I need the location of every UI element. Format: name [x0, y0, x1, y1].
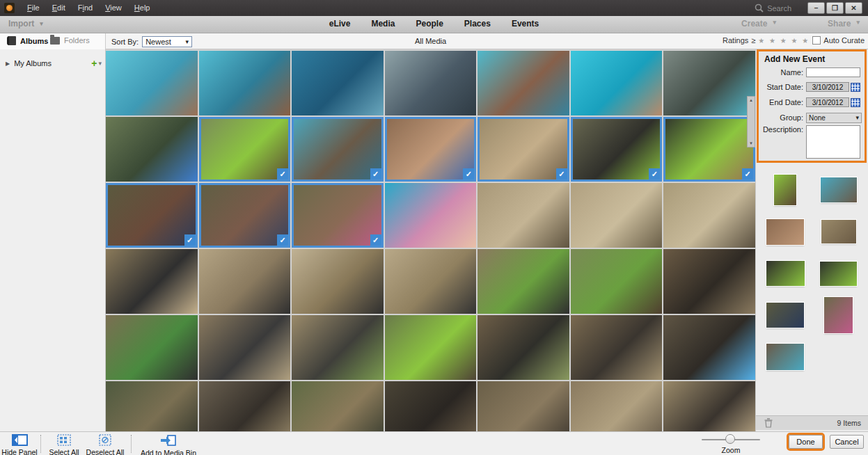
done-button[interactable]: Done — [789, 435, 823, 449]
photo-thumbnail-boy-biker-trail[interactable] — [106, 315, 198, 380]
photo-thumbnail-bikers-riding[interactable] — [478, 381, 569, 431]
ratings-label: Ratings — [723, 36, 748, 45]
auto-curate-checkbox[interactable] — [812, 36, 821, 45]
search-field[interactable]: Search — [755, 3, 791, 13]
bin-thumbnail-mom-girl-by-tent[interactable] — [821, 177, 857, 202]
close-button[interactable]: ✕ — [845, 2, 862, 14]
group-dropdown[interactable]: None ▾ — [806, 113, 862, 123]
photo-thumbnail-biker-stairs-far[interactable] — [385, 249, 477, 314]
photo-thumbnail-man-laughing[interactable] — [571, 315, 663, 380]
rating-stars[interactable]: ★ ★ ★ ★ ★ — [758, 37, 810, 45]
bin-thumbnail-mom-and-girl[interactable] — [766, 344, 804, 370]
photo-thumbnail-family-in-tent[interactable] — [292, 51, 384, 115]
photo-thumbnail-women-resting-in-tent[interactable] — [385, 51, 477, 115]
photo-thumbnail-girl-on-shoulders[interactable]: ✓ — [292, 183, 384, 248]
photo-thumbnail-mom-girl-sleeping-bag[interactable] — [106, 117, 198, 182]
menu-view[interactable]: View — [99, 0, 128, 16]
photo-thumbnail-bikers-couple[interactable] — [478, 249, 569, 314]
calendar-icon[interactable] — [851, 98, 860, 107]
photo-thumbnail-two-girls-smiling[interactable] — [385, 183, 477, 248]
photo-thumbnail-girl-portrait[interactable]: ✓ — [385, 117, 477, 182]
add-to-media-bin-button[interactable]: Add to Media Bin — [136, 434, 200, 455]
photo-thumbnail-biker-dark[interactable] — [385, 381, 477, 431]
photo-thumbnail-man-biker-smiling[interactable] — [199, 315, 291, 380]
bin-thumbnail-family-hug[interactable] — [766, 303, 804, 328]
zoom-slider-thumb[interactable] — [725, 434, 735, 444]
photo-thumbnail-family-group[interactable]: ✓ — [199, 183, 291, 248]
my-albums-row[interactable]: ▶ My Albums + ▾ — [0, 58, 106, 69]
title-bar: FileEditFindViewHelp Search – ❐ ✕ — [0, 0, 868, 16]
menu-file[interactable]: File — [21, 0, 46, 16]
photo-thumbnail-bikers-distant[interactable] — [106, 381, 198, 431]
hide-panel-button[interactable]: Hide Panel — [1, 434, 38, 455]
bin-thumbnail-girls-green-hood[interactable] — [820, 262, 857, 286]
scroll-down-icon[interactable]: ▼ — [749, 141, 753, 145]
tab-events[interactable]: Events — [512, 19, 539, 29]
select-all-button[interactable]: Select All — [46, 434, 82, 455]
end-date-value[interactable]: 3/10/2012 — [806, 97, 849, 107]
photo-thumbnail-mom-girl-by-tent[interactable]: ✓ — [292, 117, 384, 182]
trash-icon[interactable] — [764, 418, 773, 428]
photo-thumbnail-girls-in-tent[interactable] — [571, 51, 663, 115]
start-date-value[interactable]: 3/10/2012 — [806, 82, 849, 92]
tab-media[interactable]: Media — [371, 19, 395, 29]
chevron-down-icon: ▾ — [855, 114, 859, 121]
cancel-button[interactable]: Cancel — [830, 435, 864, 449]
event-name-input[interactable] — [806, 67, 860, 77]
photo-thumbnail-bikers-group[interactable] — [478, 315, 569, 380]
photo-thumbnail-biker-on-stairs-2[interactable] — [571, 183, 663, 248]
photo-thumbnail-trail-closeup[interactable] — [571, 381, 663, 431]
deselect-all-button[interactable]: Deselect All — [84, 434, 127, 455]
photo-thumbnail-mom-girls-in-tent[interactable] — [199, 51, 291, 115]
chevron-down-icon[interactable]: ▾ — [98, 60, 102, 67]
calendar-icon[interactable] — [851, 83, 860, 92]
photo-thumbnail-girl-green-sleeping-bag[interactable]: ✓ — [199, 117, 291, 182]
menu-edit[interactable]: Edit — [46, 0, 72, 16]
bin-thumbnail-girl-looking-up[interactable] — [821, 220, 856, 244]
minimize-button[interactable]: – — [807, 2, 825, 14]
bin-thumbnail-girls-lying-down[interactable] — [766, 261, 805, 286]
tab-elive[interactable]: eLive — [329, 19, 351, 29]
photo-thumbnail-bikers-group-trail[interactable] — [292, 381, 384, 431]
bin-thumbnail-girl-portrait[interactable] — [766, 219, 804, 245]
bin-thumbnail-family-standing[interactable] — [824, 297, 853, 333]
add-album-button[interactable]: + — [91, 58, 97, 69]
create-button[interactable]: Create ▾ — [741, 19, 776, 29]
photo-thumbnail-bike-wheel-closeup[interactable] — [663, 249, 755, 314]
menu-help[interactable]: Help — [128, 0, 157, 16]
photo-thumbnail-mom-kids-laughing-tent[interactable] — [478, 51, 569, 115]
photo-thumbnail-mom-two-girls-tent[interactable] — [663, 51, 755, 115]
grid-scrollbar[interactable]: ▲ ▼ — [747, 96, 755, 147]
tab-people[interactable]: People — [416, 19, 443, 29]
photo-thumbnail-handlebar-closeup[interactable] — [663, 315, 755, 380]
photo-thumbnail-girls-green-hood[interactable]: ✓ — [663, 117, 755, 182]
tab-places[interactable]: Places — [464, 19, 491, 29]
restore-button[interactable]: ❐ — [826, 2, 844, 14]
bin-thumbnail-girl-green-sleeping-bag[interactable] — [774, 175, 796, 205]
photo-thumbnail-riding-down-stairs[interactable] — [292, 249, 384, 314]
group-value: None — [809, 114, 826, 122]
share-button[interactable]: Share ▾ — [828, 19, 860, 29]
photo-thumbnail-girls-lying-down[interactable]: ✓ — [571, 117, 663, 182]
description-textarea[interactable] — [806, 125, 860, 159]
photo-thumbnail-man-sunglasses[interactable] — [663, 381, 755, 431]
photo-thumbnail-family-hug[interactable]: ✓ — [106, 183, 198, 248]
photo-thumbnail-girl-in-tent[interactable] — [106, 51, 198, 115]
photo-thumbnail-biker-on-stairs-3[interactable] — [663, 183, 755, 248]
photo-thumbnail-woman-helmet[interactable] — [385, 315, 477, 380]
scroll-up-icon[interactable]: ▲ — [749, 98, 753, 102]
end-date-row: End Date: 3/10/2012 — [762, 97, 865, 108]
menu-find[interactable]: Find — [72, 0, 99, 16]
photo-thumbnail-carrying-bike-stairs[interactable] — [199, 249, 291, 314]
my-albums-label: My Albums — [14, 59, 52, 67]
tree-expand-icon[interactable]: ▶ — [6, 61, 10, 67]
photo-thumbnail-bikers-on-trail[interactable] — [292, 315, 384, 380]
photo-thumbnail-biker-on-stairs-1[interactable] — [478, 183, 569, 248]
photo-thumbnail-girl-looking-up[interactable]: ✓ — [478, 117, 569, 182]
tab-albums[interactable]: Albums — [7, 36, 48, 45]
photo-thumbnail-biker-portrait[interactable] — [106, 249, 198, 314]
photo-thumbnail-woman-biker[interactable] — [571, 249, 663, 314]
photo-thumbnail-bike-front-wheel[interactable] — [199, 381, 291, 431]
item-count: 9 Items — [837, 419, 861, 427]
tab-folders[interactable]: Folders — [50, 36, 90, 45]
